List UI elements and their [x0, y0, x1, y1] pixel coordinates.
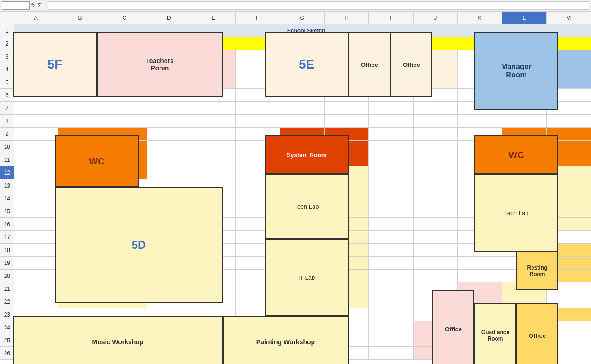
row-header-25: 25 — [0, 334, 14, 347]
row-header-21: 21 — [0, 282, 14, 295]
row-header-3: 3 — [0, 50, 14, 63]
row-20: 20 — [0, 270, 591, 282]
row-header-12: 12 — [0, 166, 14, 179]
row-header-15: 15 — [0, 205, 14, 218]
col-H[interactable]: H — [324, 12, 368, 24]
row-header-26: 26 — [0, 347, 14, 360]
row-25: 25 — [0, 334, 591, 347]
col-A[interactable]: A — [14, 12, 58, 24]
row-9: 9 — [0, 128, 591, 141]
row-header-13: 13 — [0, 179, 14, 192]
col-C[interactable]: C — [102, 12, 147, 24]
row-12: 12 — [0, 166, 591, 179]
row-3: 3 — [0, 50, 591, 63]
col-J[interactable]: J — [413, 12, 457, 24]
row-header-14: 14 — [0, 192, 14, 205]
row-header-7: 7 — [0, 102, 14, 115]
col-I[interactable]: I — [369, 12, 413, 24]
equals-icon: = — [43, 2, 46, 9]
row-header-24: 24 — [0, 321, 14, 334]
row-8: 8 — [0, 115, 591, 128]
floor-cell: 1. FLOOR — [14, 37, 591, 50]
row-header-5: 5 — [0, 76, 14, 89]
row-23: 23 — [0, 308, 591, 321]
formula-bar: L12 fx Σ = Tech Lab — [0, 0, 591, 11]
row-19: 19 — [0, 257, 591, 270]
col-G[interactable]: G — [280, 12, 324, 24]
row-6: 6 — [0, 89, 591, 102]
row-header-16: 16 — [0, 218, 14, 231]
row-header-19: 19 — [0, 257, 14, 270]
row-11: 11 — [0, 153, 591, 166]
row-header-1: 1 — [0, 24, 14, 37]
row-header-8: 8 — [0, 115, 14, 128]
col-header-row: A B C D E F G H I J K L M — [0, 12, 591, 24]
row-24: 24 — [0, 321, 591, 334]
formula-icons: fx Σ = — [31, 2, 46, 9]
row-7: 7 — [0, 102, 591, 115]
row-header-10: 10 — [0, 141, 14, 153]
col-K[interactable]: K — [457, 12, 502, 24]
row-22: 22 — [0, 295, 591, 308]
row-1: 1 .... School Sketch — [0, 24, 591, 37]
row-17: 17 — [0, 231, 591, 244]
row-header-17: 17 — [0, 231, 14, 244]
formula-input[interactable]: Tech Lab — [48, 1, 589, 10]
col-M[interactable]: M — [546, 12, 591, 24]
row-26: 26 — [0, 347, 591, 360]
row-header-2: 2 — [0, 37, 14, 50]
row-header-20: 20 — [0, 270, 14, 282]
row-4: 4 — [0, 63, 591, 76]
col-L[interactable]: L — [502, 12, 546, 24]
row-header-11: 11 — [0, 153, 14, 166]
grid-table: A B C D E F G H I J K L M 1 .... School … — [0, 11, 591, 360]
row-21: 21 — [0, 282, 591, 295]
row-13: 13 — [0, 179, 591, 192]
col-B[interactable]: B — [58, 12, 102, 24]
row-2: 2 1. FLOOR — [0, 37, 591, 50]
fx-icon: fx — [31, 2, 35, 9]
row-14: 14 — [0, 192, 591, 205]
row-16: 16 — [0, 218, 591, 231]
row-header-4: 4 — [0, 63, 14, 76]
row-15: 15 — [0, 205, 591, 218]
row-10: 10 — [0, 141, 591, 153]
col-E[interactable]: E — [191, 12, 235, 24]
title-cell: .... School Sketch — [14, 24, 591, 37]
cell-reference[interactable]: L12 — [2, 1, 30, 10]
sum-icon: Σ — [37, 2, 41, 9]
row-header-22: 22 — [0, 295, 14, 308]
row-18: 18 — [0, 244, 591, 257]
row-header-18: 18 — [0, 244, 14, 257]
row-header-6: 6 — [0, 89, 14, 102]
row-5: 5 — [0, 76, 591, 89]
col-D[interactable]: D — [147, 12, 191, 24]
col-F[interactable]: F — [236, 12, 280, 24]
corner-cell — [0, 12, 14, 24]
row-header-23: 23 — [0, 308, 14, 321]
spreadsheet: A B C D E F G H I J K L M 1 .... School … — [0, 11, 591, 364]
row-header-9: 9 — [0, 128, 14, 141]
